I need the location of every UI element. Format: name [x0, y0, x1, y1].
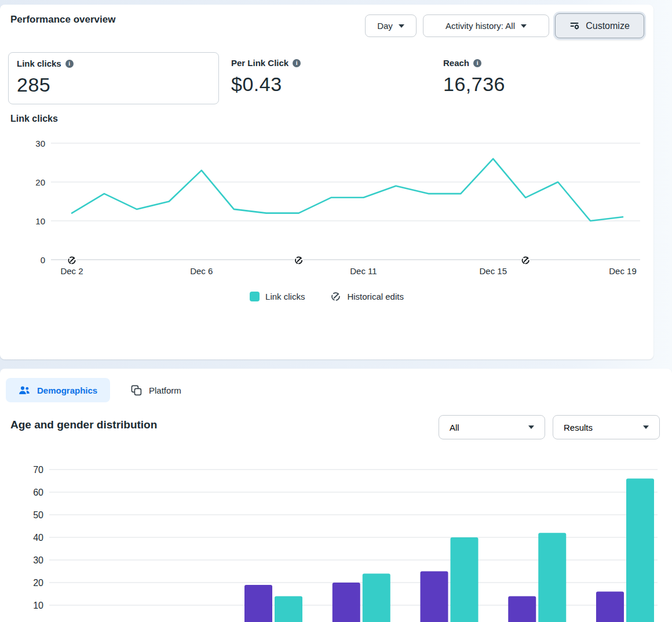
x-axis-tick-label: Dec 2 — [60, 266, 83, 276]
y-axis-tick-label: 30 — [33, 555, 43, 565]
bar-purple[interactable] — [244, 585, 272, 622]
y-axis-tick-label: 10 — [35, 216, 45, 226]
y-axis-tick-label: 30 — [35, 139, 45, 148]
metric-card-reach[interactable]: Reach i 16,736 — [435, 52, 626, 104]
legend-item-link-clicks: Link clicks — [250, 292, 305, 301]
customize-button[interactable]: Customize — [555, 13, 644, 38]
metric-label: Per Link Click — [231, 58, 288, 68]
y-axis-tick-label: 10 — [33, 601, 43, 610]
chart-legend: Link clicks Historical edits — [0, 291, 653, 302]
audience-filter-value: All — [450, 423, 459, 432]
age-gender-bar-chart[interactable]: 70605040302010 — [0, 458, 672, 622]
y-axis-tick-label: 40 — [33, 533, 43, 543]
info-icon[interactable]: i — [65, 60, 74, 68]
bar-purple[interactable] — [596, 592, 624, 622]
y-axis-tick-label: 0 — [41, 255, 45, 265]
link-clicks-line-chart[interactable]: 3020100Dec 2Dec 6Dec 11Dec 15Dec 19 — [0, 134, 653, 282]
bar-teal[interactable] — [275, 596, 302, 622]
chevron-down-icon — [521, 24, 527, 28]
audience-card: Demographics Platform Age and gender dis… — [0, 369, 672, 622]
activity-history-dropdown[interactable]: Activity history: All — [423, 14, 549, 37]
metric-filter-dropdown[interactable]: Results — [553, 415, 660, 439]
performance-overview-card: Performance overview Day Activity histor… — [0, 5, 653, 359]
performance-overview-title: Performance overview — [10, 14, 115, 26]
legend-label: Historical edits — [347, 292, 404, 301]
metric-card-per-link-click[interactable]: Per Link Click i $0.43 — [223, 52, 414, 104]
chevron-down-icon — [528, 425, 534, 429]
customize-label: Customize — [586, 21, 630, 31]
tab-label: Platform — [149, 385, 181, 395]
x-axis-tick-label: Dec 19 — [609, 266, 637, 276]
historical-edit-icon — [330, 291, 341, 302]
historical-edit-marker-icon[interactable] — [521, 256, 530, 265]
metric-value: $0.43 — [231, 73, 406, 96]
y-axis-tick-label: 60 — [33, 488, 43, 497]
metric-value: 285 — [17, 74, 210, 96]
teal-square-swatch — [250, 292, 260, 301]
day-dropdown[interactable]: Day — [365, 14, 417, 37]
y-axis-tick-label: 20 — [33, 578, 43, 588]
info-icon[interactable]: i — [473, 59, 481, 67]
tab-label: Demographics — [37, 385, 97, 395]
bar-teal[interactable] — [363, 573, 390, 622]
metric-filter-value: Results — [564, 423, 593, 432]
y-axis-tick-label: 50 — [33, 510, 43, 520]
activity-history-label: Activity history: All — [445, 21, 515, 31]
metric-label: Link clicks — [17, 59, 61, 68]
link-clicks-line-series[interactable] — [72, 159, 623, 221]
tab-demographics[interactable]: Demographics — [6, 378, 110, 402]
bar-purple[interactable] — [333, 583, 360, 622]
historical-edit-marker-icon[interactable] — [294, 256, 304, 265]
metric-card-link-clicks[interactable]: Link clicks i 285 — [8, 52, 219, 104]
tab-platform[interactable]: Platform — [118, 378, 194, 402]
x-axis-tick-label: Dec 11 — [350, 266, 377, 276]
analytics-page: Performance overview Day Activity histor… — [0, 0, 672, 622]
legend-label: Link clicks — [265, 292, 305, 301]
legend-item-historical-edits: Historical edits — [330, 291, 404, 302]
bar-teal[interactable] — [451, 537, 479, 622]
bar-purple[interactable] — [508, 596, 536, 622]
metric-value: 16,736 — [443, 73, 618, 96]
age-gender-title: Age and gender distribution — [10, 419, 157, 431]
metric-label: Reach — [443, 58, 469, 68]
info-icon[interactable]: i — [293, 59, 301, 67]
bar-purple[interactable] — [421, 572, 448, 622]
line-chart-title: Link clicks — [10, 114, 58, 124]
x-axis-tick-label: Dec 6 — [190, 266, 213, 276]
chevron-down-icon — [643, 425, 649, 429]
day-dropdown-label: Day — [377, 21, 393, 31]
audience-filter-dropdown[interactable]: All — [439, 415, 545, 439]
people-icon — [19, 386, 30, 395]
bar-teal[interactable] — [538, 533, 566, 622]
chevron-down-icon — [399, 24, 404, 28]
overlapping-squares-icon — [131, 385, 142, 396]
x-axis-tick-label: Dec 15 — [479, 266, 507, 276]
y-axis-tick-label: 20 — [35, 177, 45, 187]
bar-teal[interactable] — [626, 479, 654, 622]
historical-edit-marker-icon[interactable] — [67, 256, 76, 265]
customize-settings-icon — [569, 20, 580, 31]
y-axis-tick-label: 70 — [33, 465, 43, 475]
